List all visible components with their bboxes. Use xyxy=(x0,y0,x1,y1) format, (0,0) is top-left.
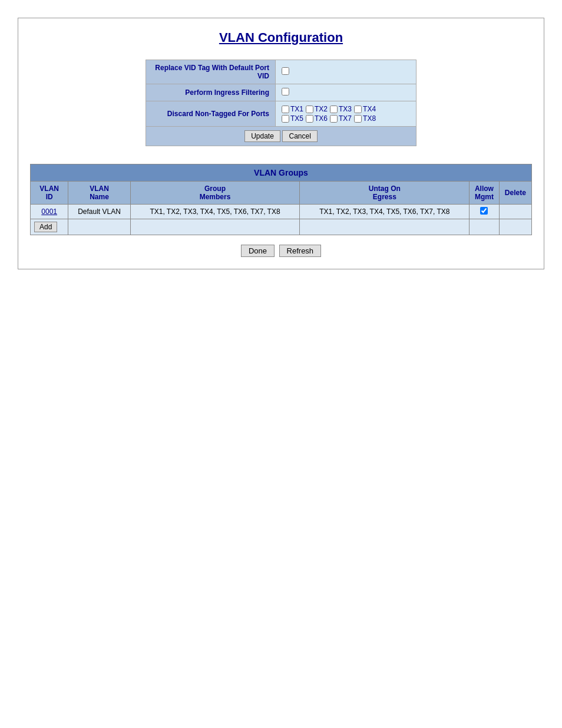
config-button-cell: Update Cancel xyxy=(146,127,416,146)
table-row: 0001 Default VLAN TX1, TX2, TX3, TX4, TX… xyxy=(31,205,532,219)
tx7-checkbox[interactable] xyxy=(330,115,338,123)
tx3-checkbox[interactable] xyxy=(330,106,338,113)
tx5-label[interactable]: TX5 xyxy=(282,114,303,123)
replace-vid-label: Replace VID Tag With Default Port VID xyxy=(146,60,276,84)
tx1-checkbox[interactable] xyxy=(282,106,289,113)
tx5-checkbox[interactable] xyxy=(282,115,289,123)
vlan-name-cell: Default VLAN xyxy=(68,205,130,219)
update-button[interactable]: Update xyxy=(244,130,280,142)
tx8-label[interactable]: TX8 xyxy=(354,114,376,123)
col-group-members: GroupMembers xyxy=(130,182,300,205)
main-container: VLAN Configuration Replace VID Tag With … xyxy=(18,18,544,269)
bottom-buttons: Done Refresh xyxy=(30,245,532,257)
add-cell: Add xyxy=(31,219,68,235)
col-delete: Delete xyxy=(499,182,531,205)
untag-on-egress-cell: TX1, TX2, TX3, TX4, TX5, TX6, TX7, TX8 xyxy=(300,205,470,219)
ingress-filter-value xyxy=(276,84,416,101)
tx6-label[interactable]: TX6 xyxy=(306,114,328,123)
tx2-checkbox[interactable] xyxy=(306,106,313,113)
allow-mgmt-checkbox[interactable] xyxy=(480,207,488,215)
discard-non-tagged-row: Discard Non-Tagged For Ports TX1 TX2 TX3… xyxy=(146,101,416,127)
cancel-button[interactable]: Cancel xyxy=(282,130,317,142)
delete-cell xyxy=(499,205,531,219)
page-wrapper: VLAN Configuration Replace VID Tag With … xyxy=(0,0,562,728)
refresh-button[interactable]: Refresh xyxy=(279,245,322,257)
vlan-id-link[interactable]: 0001 xyxy=(41,207,57,216)
col-allow-mgmt: AllowMgmt xyxy=(470,182,499,205)
vlan-section: VLAN Groups VLANID VLANName GroupMembers… xyxy=(30,164,532,235)
tx3-label[interactable]: TX3 xyxy=(330,105,352,113)
col-vlan-name: VLANName xyxy=(68,182,130,205)
config-table: Replace VID Tag With Default Port VID Pe… xyxy=(146,60,416,146)
tx2-label[interactable]: TX2 xyxy=(306,105,328,113)
discard-non-tagged-label: Discard Non-Tagged For Ports xyxy=(146,101,276,127)
tx4-label[interactable]: TX4 xyxy=(354,105,376,113)
add-row-name xyxy=(68,219,130,235)
col-vlan-id: VLANID xyxy=(31,182,68,205)
replace-vid-value xyxy=(276,60,416,84)
vlan-section-header-row: VLAN Groups xyxy=(31,164,532,182)
replace-vid-row: Replace VID Tag With Default Port VID xyxy=(146,60,416,84)
ingress-filter-checkbox[interactable] xyxy=(282,88,289,95)
allow-mgmt-cell xyxy=(470,205,499,219)
group-members-cell: TX1, TX2, TX3, TX4, TX5, TX6, TX7, TX8 xyxy=(130,205,300,219)
vlan-column-header-row: VLANID VLANName GroupMembers Untag OnEgr… xyxy=(31,182,532,205)
port-row-1: TX1 TX2 TX3 TX4 xyxy=(282,105,410,113)
done-button[interactable]: Done xyxy=(241,245,275,257)
ingress-filter-row: Perform Ingress Filtering xyxy=(146,84,416,101)
vlan-section-header: VLAN Groups xyxy=(31,164,532,182)
page-title: VLAN Configuration xyxy=(30,30,532,48)
add-row-mgmt xyxy=(470,219,499,235)
discard-non-tagged-value: TX1 TX2 TX3 TX4 TX5 TX6 TX7 TX8 xyxy=(276,101,416,127)
port-row-2: TX5 TX6 TX7 TX8 xyxy=(282,114,410,123)
add-row-untag xyxy=(300,219,470,235)
add-row: Add xyxy=(31,219,532,235)
config-button-row: Update Cancel xyxy=(146,127,416,146)
tx6-checkbox[interactable] xyxy=(306,115,313,123)
add-button[interactable]: Add xyxy=(34,222,57,232)
tx7-label[interactable]: TX7 xyxy=(330,114,352,123)
replace-vid-checkbox[interactable] xyxy=(282,67,289,75)
tx4-checkbox[interactable] xyxy=(354,106,362,113)
ingress-filter-label: Perform Ingress Filtering xyxy=(146,84,276,101)
col-untag-on-egress: Untag OnEgress xyxy=(300,182,470,205)
port-checkbox-row: TX1 TX2 TX3 TX4 TX5 TX6 TX7 TX8 xyxy=(282,105,410,123)
add-row-members xyxy=(130,219,300,235)
vlan-groups-table: VLAN Groups VLANID VLANName GroupMembers… xyxy=(30,164,532,235)
vlan-id-cell: 0001 xyxy=(31,205,68,219)
tx1-label[interactable]: TX1 xyxy=(282,105,303,113)
add-row-delete xyxy=(499,219,531,235)
tx8-checkbox[interactable] xyxy=(354,115,362,123)
